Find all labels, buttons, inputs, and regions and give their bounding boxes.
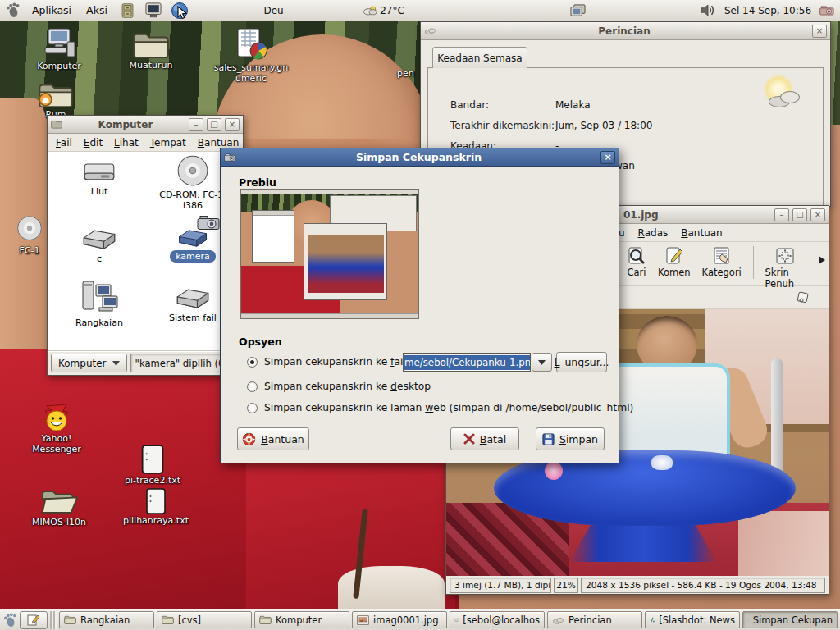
menu-help[interactable]: Bantuan: [681, 227, 722, 239]
desktop-icon-mimos[interactable]: MIMOS-l10n: [26, 486, 92, 528]
comment-button[interactable]: Komen: [655, 244, 694, 280]
filename-entry[interactable]: me/sebol/Cekupanku-1.png: [403, 353, 531, 372]
taskbar-button-terminal[interactable]: [sebol@localhos: [450, 611, 545, 628]
close-button[interactable]: ×: [600, 151, 615, 164]
minimize-button[interactable]: –: [189, 118, 203, 131]
menu-actions[interactable]: Aksi: [83, 4, 111, 16]
fm-item-label: Sistem fail: [169, 313, 217, 323]
desktop-icon-label-pen-partial[interactable]: pen: [397, 69, 414, 80]
desktop-icon-computer[interactable]: Komputer: [23, 27, 95, 72]
filename-dropdown-button[interactable]: [532, 353, 552, 372]
desktop-icon-downloads[interactable]: Muaturun: [115, 31, 187, 71]
toolbar-overflow-arrow[interactable]: [819, 256, 825, 264]
cloud-icon: [424, 26, 436, 35]
filename-entry-value: me/sebol/Cekupanku-1.png: [404, 355, 531, 370]
desktop-icon-pi-trace[interactable]: pi-trace2.txt: [119, 445, 186, 486]
fullscreen-button[interactable]: Skrin Penuh: [762, 244, 809, 291]
taskbar-button-image[interactable]: imag0001.jpg: [352, 611, 447, 628]
taskbar-button-slashdot[interactable]: [Slashdot: News: [645, 611, 740, 628]
weather-applet[interactable]: 27°C: [363, 5, 404, 16]
close-button[interactable]: ×: [812, 25, 827, 38]
weather-value: Jum, Sep 03 / 18:00: [555, 120, 652, 131]
close-button[interactable]: ×: [810, 208, 825, 221]
menu-places[interactable]: Tempat: [150, 137, 186, 148]
desktop-icon-label: pilihanraya.txt: [123, 516, 189, 527]
desktop-icon-label: Komputer: [37, 62, 81, 72]
screenshot-preview-thumbnail: [240, 189, 419, 319]
menu-help[interactable]: Bantuan: [198, 137, 239, 148]
fm-item-drive-c[interactable]: c: [54, 226, 144, 264]
help-button[interactable]: Bantuan: [237, 427, 309, 450]
radio-unselected[interactable]: [247, 403, 258, 413]
fm-item-label: Liut: [91, 186, 107, 197]
browse-button[interactable]: Lungsur...: [556, 352, 607, 372]
fm-item-floppy[interactable]: Liut: [54, 160, 144, 197]
radio-unselected[interactable]: [247, 381, 258, 392]
panel-drag-handle[interactable]: [50, 611, 57, 629]
cancel-x-icon: [463, 433, 475, 445]
taskbar-button-cvs[interactable]: [cvs]: [157, 611, 252, 628]
save-screenshot-dialog: Simpan Cekupanskrin × Prebiu Opsyen Simp…: [220, 148, 619, 463]
status-image-detail: 2048 x 1536 piksel - 586.4 KB - 19 Ogos …: [581, 578, 825, 593]
menu-applications[interactable]: Aplikasi: [29, 4, 75, 16]
partly-cloudy-icon: [769, 91, 805, 106]
status-image-count: 3 imej (1.7 MB), 1 dipi: [450, 578, 551, 593]
option-save-to-web[interactable]: Simpan cekupanskrin ke laman web (simpan…: [247, 402, 633, 413]
weather-window-titlebar[interactable]: Perincian ×: [421, 22, 830, 40]
image-flag-icon: [796, 290, 810, 305]
maximize-button[interactable]: □: [207, 118, 221, 131]
cloud-icon: [552, 616, 564, 624]
maximize-button[interactable]: □: [792, 208, 807, 221]
dialog-titlebar[interactable]: Simpan Cekupanskrin ×: [221, 148, 619, 167]
edit-comment-icon: [664, 246, 684, 266]
taskbar-button-rangkaian[interactable]: Rangkaian: [59, 611, 154, 628]
tab-current-conditions[interactable]: Keadaan Semasa: [432, 47, 527, 68]
keyboard-layout-indicator[interactable]: Deu: [263, 5, 283, 16]
minimize-button[interactable]: –: [774, 208, 789, 221]
gnome-foot-icon[interactable]: [2, 613, 17, 628]
text-file-icon: [144, 488, 167, 514]
menu-edit[interactable]: Edit: [84, 137, 103, 148]
gnome-foot-menu-icon[interactable]: [5, 2, 21, 18]
taskbar-button-perincian[interactable]: Perincian: [547, 611, 642, 628]
option-save-to-desktop[interactable]: Simpan cekupanskrin ke desktop: [247, 381, 431, 392]
categories-button[interactable]: Kategori: [699, 244, 745, 280]
location-dropdown-button[interactable]: Komputer: [51, 354, 127, 372]
file-manager-titlebar[interactable]: Komputer – □ ×: [48, 116, 243, 134]
save-button[interactable]: Simpan: [536, 427, 605, 450]
option-save-to-file[interactable]: Simpan cekupanskrin ke fail:: [247, 356, 409, 368]
desktop-icon-label: sales_sumary.gn: [214, 62, 289, 73]
radio-selected[interactable]: [247, 357, 258, 368]
menu-tools[interactable]: Radas: [638, 227, 669, 239]
file-cabinet-launcher-icon[interactable]: [119, 2, 136, 19]
hard-drive-icon: [175, 285, 211, 311]
camera-tray-icon[interactable]: [819, 5, 835, 16]
open-folder-icon: [39, 486, 79, 516]
desktop-icon-spreadsheet[interactable]: sales_sumary.gnumeric: [212, 27, 290, 84]
workspace-switcher-icon[interactable]: [569, 3, 587, 18]
weather-cloud-icon: [363, 5, 377, 16]
network-icon: [80, 280, 119, 316]
fm-item-network[interactable]: Rangkaian: [54, 280, 144, 328]
file-manager-statusbar: Komputer "kamera" dipilih (0 by: [48, 350, 243, 375]
search-button[interactable]: Cari: [623, 244, 650, 280]
taskbar-button-screenshot[interactable]: Simpan Cekupan: [742, 611, 838, 628]
desktop-icon-pilihanraya[interactable]: pilihanraya.txt: [119, 488, 193, 527]
clock[interactable]: Sel 14 Sep, 10:56: [724, 5, 811, 16]
desktop-icon-label: pi-trace2.txt: [125, 476, 180, 486]
desktop-icon-label: Muaturun: [130, 61, 173, 71]
menu-view[interactable]: Lihat: [114, 137, 139, 148]
close-button[interactable]: ×: [225, 118, 240, 131]
desktop-icon-yahoo-messenger[interactable]: Yahoo!Messenger: [25, 404, 89, 454]
desktop-icon-cd[interactable]: FC-1: [8, 215, 51, 257]
menu-file[interactable]: Fail: [56, 137, 72, 148]
taskbar-button-komputer[interactable]: Komputer: [254, 611, 349, 628]
file-manager-menubar: Fail Edit Lihat Tempat Bantuan: [48, 134, 243, 152]
screenshot-app-launcher[interactable]: [171, 2, 190, 20]
notes-applet-button[interactable]: [20, 611, 48, 629]
terminal-launcher-icon[interactable]: [144, 2, 162, 18]
camera-drive-icon: [175, 226, 211, 249]
cancel-button[interactable]: Batal: [450, 427, 519, 450]
menu-partial[interactable]: u: [619, 227, 625, 239]
volume-icon[interactable]: [700, 3, 716, 17]
